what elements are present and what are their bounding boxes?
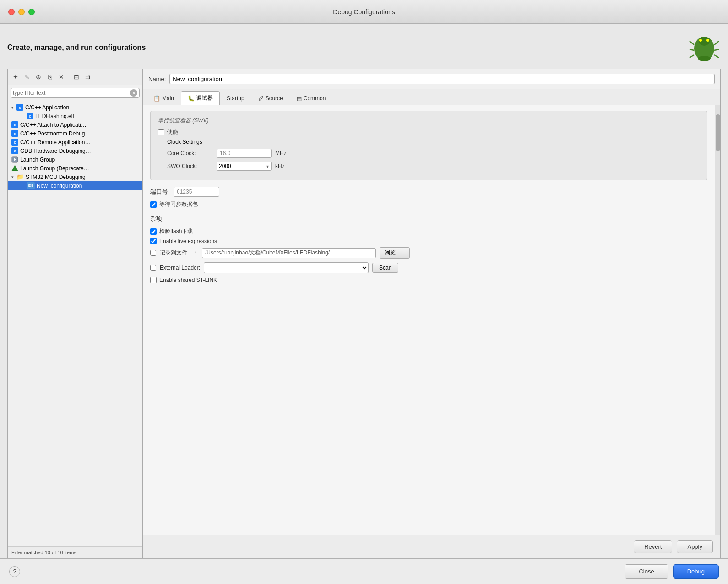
external-loader-label: External Loader: xyxy=(160,265,200,271)
tab-startup-label: Startup xyxy=(227,95,244,102)
delete-button[interactable]: ✕ xyxy=(56,72,66,82)
browse-button[interactable]: 浏览...... xyxy=(380,247,410,259)
enable-checkbox[interactable] xyxy=(158,129,164,135)
tree-label-cpp-attach: C/C++ Attach to Applicati… xyxy=(20,122,87,128)
tree-item-cpp-attach[interactable]: c C/C++ Attach to Applicati… xyxy=(8,120,142,129)
tab-source[interactable]: 🖊 Source xyxy=(251,91,290,105)
svg-line-8 xyxy=(714,49,719,50)
core-clock-input[interactable] xyxy=(217,149,272,158)
debug-button[interactable]: Debug xyxy=(673,564,719,579)
wait-sync-row: 等待同步数据包 xyxy=(150,200,707,208)
swo-clock-select[interactable]: 2000 xyxy=(217,162,272,171)
tab-common-label: Common xyxy=(304,95,326,102)
tree-label-cpp-remote: C/C++ Remote Application… xyxy=(20,139,90,146)
help-button[interactable]: ? xyxy=(9,566,20,577)
right-action-bar: Revert Apply xyxy=(143,535,720,558)
tab-source-label: Source xyxy=(266,95,283,102)
apply-button[interactable]: Apply xyxy=(677,540,713,553)
titlebar: Debug Configurations xyxy=(0,0,728,24)
right-scrollbar[interactable] xyxy=(715,105,720,535)
tree-label-cpp-postmortem: C/C++ Postmortem Debug… xyxy=(20,130,90,137)
collapse-button[interactable]: ⊟ xyxy=(71,72,81,82)
link-button[interactable]: ⇉ xyxy=(83,72,93,82)
external-loader-select[interactable] xyxy=(204,262,369,273)
wait-sync-checkbox[interactable] xyxy=(150,201,157,208)
tree-item-new-config[interactable]: ▶ IDE New_configuration xyxy=(8,181,142,190)
window-controls xyxy=(8,9,35,15)
tree-area: ▾ c C/C++ Application ▶ c LEDFlashing.el… xyxy=(8,101,142,546)
swo-clock-unit: kHz xyxy=(275,163,285,169)
page-header-text: Create, manage, and run configurations xyxy=(7,43,146,52)
tree-item-launch-group[interactable]: Launch Group xyxy=(8,155,142,164)
tab-debugger[interactable]: 🐛 调试器 xyxy=(181,91,220,105)
name-label: Name: xyxy=(148,76,166,82)
search-input[interactable] xyxy=(13,90,128,96)
tree-label-new-config: New_configuration xyxy=(37,183,82,189)
scrollbar-thumb[interactable] xyxy=(716,114,720,151)
window-title: Debug Configurations xyxy=(333,8,395,16)
swo-clock-row: SWO Clock: 2000 kHz xyxy=(167,162,700,171)
port-input[interactable] xyxy=(174,187,219,197)
swv-section: 串行线查看器 (SWV) 使能 Clock Settings Core Cloc… xyxy=(150,111,707,180)
search-clear-button[interactable]: ✕ xyxy=(130,89,137,97)
content-area: 串行线查看器 (SWV) 使能 Clock Settings Core Cloc… xyxy=(143,105,715,535)
core-clock-row: Core Clock: MHz xyxy=(167,149,700,158)
export-button[interactable]: ⎘ xyxy=(45,72,55,82)
tree-item-cpp-postmortem[interactable]: c C/C++ Postmortem Debug… xyxy=(8,129,142,138)
core-clock-unit: MHz xyxy=(275,150,287,157)
new-config-type-button[interactable]: ✎ xyxy=(22,72,32,82)
svg-point-2 xyxy=(699,39,702,42)
swv-title: 串行线查看器 (SWV) xyxy=(158,117,700,124)
name-input[interactable] xyxy=(169,74,715,84)
left-toolbar: ✦ ✎ ⊕ ⎘ ✕ ⊟ ⇉ xyxy=(8,69,142,85)
tree-item-cpp-remote[interactable]: c C/C++ Remote Application… xyxy=(8,138,142,146)
main-tab-icon: 📋 xyxy=(153,95,160,102)
scan-button[interactable]: Scan xyxy=(372,263,398,273)
verify-flash-row: 检验flash下载 xyxy=(150,227,707,235)
stm32-folder-icon: 📁 xyxy=(16,173,24,180)
svg-text:!: ! xyxy=(14,167,15,170)
live-expr-checkbox[interactable] xyxy=(150,238,157,244)
new-config-button[interactable]: ✦ xyxy=(11,72,21,82)
source-tab-icon: 🖊 xyxy=(258,95,264,102)
tree-label-launch-group-dep: Launch Group (Deprecate… xyxy=(20,165,89,172)
port-row: 端口号 xyxy=(150,187,707,197)
live-expr-row: Enable live expressions xyxy=(150,238,707,244)
c-icon-gdb-hw: c xyxy=(11,147,18,154)
tree-item-led-elf[interactable]: ▶ c LEDFlashing.elf xyxy=(8,112,142,120)
close-window-button[interactable] xyxy=(8,9,15,15)
maximize-window-button[interactable] xyxy=(28,9,35,15)
search-row: ✕ xyxy=(8,85,142,101)
revert-button[interactable]: Revert xyxy=(634,540,672,553)
svg-line-9 xyxy=(714,55,719,58)
misc-title: 杂项 xyxy=(150,215,707,223)
shared-stlink-checkbox[interactable] xyxy=(150,277,157,283)
external-loader-row: External Loader: Scan xyxy=(150,262,707,273)
log-file-checkbox[interactable] xyxy=(150,250,156,256)
tree-item-cpp-app[interactable]: ▾ c C/C++ Application xyxy=(8,103,142,112)
verify-flash-checkbox[interactable] xyxy=(150,228,157,235)
tab-main[interactable]: 📋 Main xyxy=(147,91,181,105)
swo-clock-label: SWO Clock: xyxy=(167,163,213,169)
log-file-input[interactable] xyxy=(202,248,376,258)
duplicate-button[interactable]: ⊕ xyxy=(33,72,43,82)
filter-status: Filter matched 10 of 10 items xyxy=(11,550,76,555)
page-header: Create, manage, and run configurations xyxy=(7,24,721,69)
port-label: 端口号 xyxy=(150,188,168,196)
enable-row: 使能 xyxy=(158,128,700,136)
external-loader-checkbox[interactable] xyxy=(150,265,156,271)
log-file-label: 记录到文件：： xyxy=(160,249,198,257)
svg-line-6 xyxy=(690,55,694,58)
tab-common[interactable]: ▤ Common xyxy=(290,91,333,105)
tree-label-launch-group: Launch Group xyxy=(20,157,55,163)
c-icon-cpp-attach: c xyxy=(11,121,18,128)
close-button[interactable]: Close xyxy=(625,564,668,579)
verify-flash-label: 检验flash下载 xyxy=(159,227,193,235)
tree-item-stm32[interactable]: ▾ 📁 STM32 MCU Debugging xyxy=(8,173,142,181)
tab-startup[interactable]: Startup xyxy=(220,91,251,105)
live-expr-label: Enable live expressions xyxy=(159,238,217,244)
tree-item-launch-group-dep[interactable]: ! Launch Group (Deprecate… xyxy=(8,164,142,173)
tab-debugger-label: 调试器 xyxy=(196,94,213,102)
tree-item-gdb-hw[interactable]: c GDB Hardware Debugging… xyxy=(8,146,142,155)
minimize-window-button[interactable] xyxy=(18,9,25,15)
